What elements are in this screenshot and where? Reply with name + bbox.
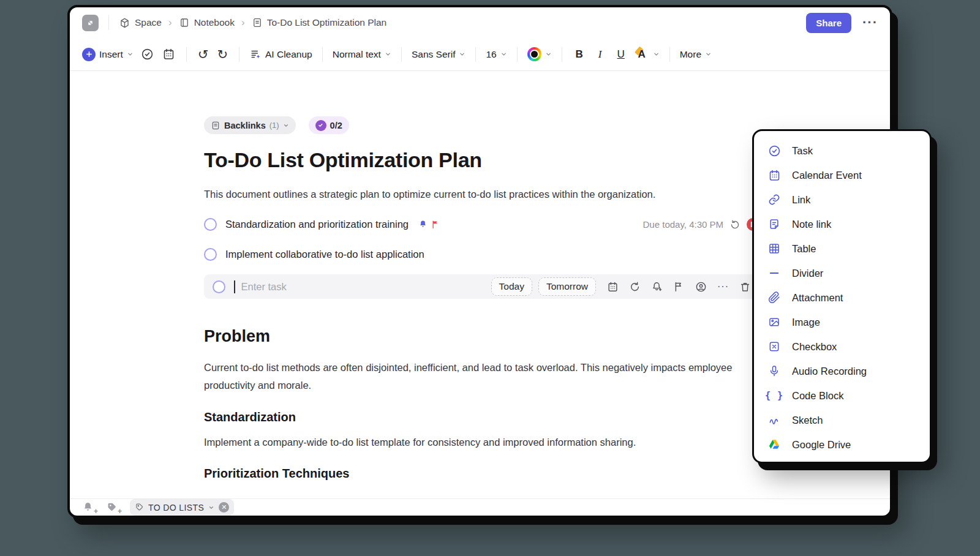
checkbox-icon — [767, 340, 781, 353]
underline-button[interactable]: U — [614, 48, 628, 61]
highlight-icon: A — [635, 48, 649, 61]
backlinks-count: (1) — [270, 121, 279, 130]
assign-person-button[interactable] — [695, 281, 707, 293]
divider — [669, 47, 670, 62]
delete-task-button[interactable] — [739, 281, 751, 293]
add-calendar-event-button[interactable] — [161, 47, 176, 62]
insert-menu-item-task[interactable]: Task — [754, 138, 930, 163]
insert-menu-item-table[interactable]: Table — [754, 236, 930, 261]
task-progress-value: 0/2 — [330, 121, 342, 130]
expand-button[interactable] — [82, 15, 99, 31]
divider — [186, 47, 187, 62]
ai-cleanup-button[interactable]: AI Cleanup — [249, 48, 312, 61]
breadcrumb-separator: › — [166, 17, 175, 29]
insert-menu-item-checkbox[interactable]: Checkbox — [754, 334, 930, 359]
task-checkbox[interactable] — [204, 218, 217, 231]
add-reminder-button[interactable] — [651, 281, 663, 293]
chevron-down-icon — [385, 51, 391, 58]
backlinks-pill[interactable]: Backlinks (1) — [204, 116, 296, 134]
person-circle-icon — [695, 281, 707, 293]
set-repeat-button[interactable] — [629, 281, 641, 293]
insert-menu-item-divider[interactable]: Divider — [754, 261, 930, 285]
menu-item-label: Checkbox — [792, 341, 837, 353]
breadcrumb-page[interactable]: To-Do List Optimization Plan — [267, 17, 387, 28]
document-icon — [211, 121, 221, 130]
share-button[interactable]: Share — [806, 13, 851, 33]
redo-button[interactable]: ↻ — [216, 47, 229, 62]
section-body: Implement a company-wide to-do list temp… — [204, 434, 758, 451]
plus-badge: + — [118, 507, 122, 516]
text-color-dropdown[interactable] — [527, 47, 552, 61]
menu-item-label: Link — [792, 194, 810, 206]
menu-item-label: Image — [792, 317, 820, 328]
set-date-button[interactable] — [607, 281, 619, 293]
repeat-icon[interactable] — [729, 219, 741, 230]
task-icon — [767, 144, 781, 157]
text-style-dropdown[interactable]: Normal text — [333, 49, 391, 60]
due-today-button[interactable]: Today — [491, 277, 532, 296]
chevron-down-icon — [208, 505, 214, 511]
italic-button[interactable]: I — [593, 48, 608, 61]
image-icon — [767, 315, 781, 329]
new-task-input[interactable] — [241, 281, 485, 293]
chevron-down-icon — [283, 122, 289, 129]
font-size-value: 16 — [486, 49, 496, 60]
task-progress-pill[interactable]: 0/2 — [309, 116, 349, 134]
tag-chip[interactable]: TO DO LISTS ✕ — [130, 499, 234, 516]
remove-tag-icon[interactable]: ✕ — [219, 502, 229, 513]
microphone-icon — [767, 364, 781, 378]
due-date-label[interactable]: Due today, 4:30 PM — [643, 219, 723, 230]
chevron-down-icon — [127, 51, 134, 58]
ai-cleanup-label: AI Cleanup — [265, 49, 312, 60]
breadcrumb: Space › Notebook › To-Do List Optimizati… — [119, 17, 386, 29]
menu-item-label: Divider — [792, 268, 823, 279]
text-caret — [234, 280, 235, 293]
more-tools-dropdown[interactable]: More — [680, 49, 712, 60]
insert-menu-item-attachment[interactable]: Attachment — [754, 285, 930, 310]
tag-add-icon — [106, 502, 118, 513]
check-circle-icon — [315, 120, 326, 131]
bold-button[interactable]: B — [572, 48, 587, 61]
insert-menu-item-audio-recording[interactable]: Audio Recording — [754, 359, 930, 383]
calendar-icon — [767, 168, 781, 182]
document-footer: + + TO DO LISTS ✕ — [70, 498, 890, 516]
insert-button[interactable]: Insert — [82, 48, 134, 61]
due-tomorrow-button[interactable]: Tomorrow — [538, 277, 596, 296]
insert-menu-item-code-block[interactable]: { } Code Block — [754, 383, 930, 408]
section-heading: Problem — [204, 327, 270, 346]
breadcrumb-space[interactable]: Space — [135, 17, 162, 28]
insert-menu-item-note-link[interactable]: Note link — [754, 212, 930, 236]
chevron-down-icon — [459, 51, 466, 58]
insert-menu-item-google-drive[interactable]: Google Drive — [754, 432, 930, 457]
section-heading: Standardization — [204, 410, 296, 424]
add-task-button[interactable] — [140, 47, 155, 62]
font-size-dropdown[interactable]: 16 — [486, 49, 507, 60]
more-task-options-button[interactable]: ··· — [717, 284, 729, 289]
page-title: To-Do List Optimization Plan — [204, 148, 482, 172]
font-family-dropdown[interactable]: Sans Serif — [412, 49, 466, 60]
task-text[interactable]: Standardization and prioritization train… — [225, 219, 409, 230]
set-flag-button[interactable] — [673, 281, 685, 293]
divider-icon — [767, 266, 781, 280]
task-checkbox[interactable] — [213, 280, 225, 293]
add-reminder-button[interactable]: + — [82, 502, 94, 513]
bell-plus-icon — [651, 281, 663, 293]
flag-icon — [673, 281, 685, 293]
divider — [322, 47, 323, 62]
breadcrumb-notebook[interactable]: Notebook — [194, 17, 235, 28]
insert-menu-item-image[interactable]: Image — [754, 310, 930, 334]
chevron-down-icon — [653, 51, 660, 58]
redo-icon: ↻ — [217, 47, 228, 62]
insert-menu-item-link[interactable]: Link — [754, 187, 930, 212]
task-checkbox[interactable] — [204, 248, 217, 261]
add-tag-button[interactable]: + — [106, 502, 118, 513]
highlight-dropdown[interactable]: A — [635, 48, 660, 61]
more-options-icon[interactable]: ··· — [862, 20, 878, 26]
insert-menu-item-calendar-event[interactable]: Calendar Event — [754, 163, 930, 187]
task-text[interactable]: Implement collaborative to-do list appli… — [225, 249, 424, 260]
insert-menu-item-sketch[interactable]: Sketch — [754, 408, 930, 432]
backlinks-label: Backlinks — [224, 121, 266, 130]
menu-item-label: Note link — [792, 219, 831, 230]
undo-button[interactable]: ↺ — [197, 47, 210, 62]
text-style-value: Normal text — [333, 49, 381, 60]
